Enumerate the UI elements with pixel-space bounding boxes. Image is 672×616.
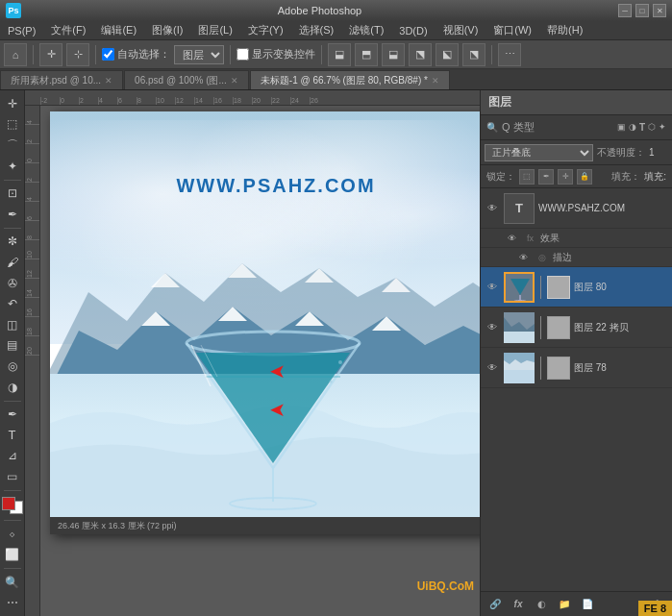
auto-select-dropdown[interactable]: 图层 — [174, 45, 224, 64]
ruler-marks: -2 0 2 4 6 8 10 12 14 16 18 20 22 24 26 — [40, 97, 329, 105]
transform-label[interactable]: 显示变换控件 — [236, 47, 315, 62]
dodge-tool[interactable]: ◑ — [2, 378, 23, 397]
move-tool-btn[interactable]: ✛ — [2, 94, 23, 113]
lock-all[interactable]: 🔒 — [577, 169, 592, 185]
menu-select[interactable]: 选择(S) — [295, 21, 338, 39]
layer-info-80: 图层 80 — [574, 281, 668, 294]
layer-item-78[interactable]: 👁 图层 78 — [481, 348, 672, 388]
auto-select-checkbox[interactable] — [102, 48, 114, 61]
eyedropper-tool[interactable]: ✒ — [2, 205, 23, 224]
layer-visibility-78[interactable]: 👁 — [485, 360, 500, 376]
auto-select-label[interactable]: 自动选择： — [102, 47, 170, 62]
quick-mask[interactable]: ⬦ — [2, 525, 23, 544]
fx-btn[interactable]: fx — [510, 596, 527, 613]
layer-stroke-effect[interactable]: 👁 ◎ 描边 — [481, 248, 672, 267]
new-group-btn[interactable]: 📁 — [556, 596, 573, 613]
tab-close-2[interactable]: ✕ — [231, 76, 238, 86]
transform-tool[interactable]: ⊹ — [66, 43, 89, 66]
menu-window[interactable]: 窗口(W) — [489, 21, 535, 39]
eraser-tool[interactable]: ◫ — [2, 315, 23, 334]
foreground-color-red[interactable] — [2, 497, 15, 510]
tab-close-1[interactable]: ✕ — [105, 76, 112, 86]
align-left[interactable]: ⬓ — [328, 43, 351, 66]
home-button[interactable]: ⌂ — [4, 43, 27, 66]
align-top[interactable]: ⬔ — [409, 43, 432, 66]
magic-wand-tool[interactable]: ✦ — [2, 157, 23, 176]
lasso-tool[interactable]: ⌒ — [2, 136, 23, 155]
lt-sep3 — [4, 401, 21, 402]
layer-filter-text[interactable]: T — [639, 122, 645, 133]
lock-position[interactable]: ✛ — [558, 169, 573, 185]
link-layers-btn[interactable]: 🔗 — [486, 596, 504, 613]
layer-item-80[interactable]: 👁 图层 80 — [481, 267, 672, 308]
move-tool[interactable]: ✛ — [39, 43, 62, 66]
minimize-button[interactable]: ─ — [618, 4, 632, 17]
menu-image[interactable]: 图像(I) — [148, 21, 187, 39]
gradient-tool[interactable]: ▤ — [2, 336, 23, 356]
layer-item-text[interactable]: 👁 T WWW.PSAHZ.COM — [481, 188, 672, 229]
align-center-h[interactable]: ⬒ — [355, 43, 378, 66]
restore-button[interactable]: □ — [635, 4, 649, 17]
layer-visibility-text[interactable]: 👁 — [485, 201, 500, 216]
tab-close-3[interactable]: ✕ — [432, 76, 439, 86]
fill-value[interactable]: 填充: — [644, 170, 666, 184]
healing-brush[interactable]: ✼ — [2, 233, 23, 252]
menu-3d[interactable]: 3D(D) — [395, 23, 431, 38]
blend-mode-select[interactable]: 正片叠底 正常 溶解 变暗 — [485, 144, 593, 161]
history-brush[interactable]: ↶ — [2, 294, 23, 313]
text-tool[interactable]: T — [2, 426, 23, 445]
layer-chain-78 — [540, 357, 541, 380]
menu-help[interactable]: 帮助(H) — [543, 21, 586, 39]
transform-checkbox[interactable] — [236, 48, 249, 61]
menu-layer[interactable]: 图层(L) — [194, 21, 236, 39]
clone-stamp[interactable]: ✇ — [2, 274, 23, 293]
layer-item-22[interactable]: 👁 图层 22 拷贝 — [481, 308, 672, 348]
foreground-bg-color[interactable] — [2, 497, 23, 514]
extra-tools[interactable]: ⋯ — [2, 593, 23, 612]
search-type-label[interactable]: Q 类型 — [502, 120, 535, 135]
menu-text[interactable]: 文字(Y) — [244, 21, 287, 39]
screen-mode[interactable]: ⬜ — [2, 545, 23, 564]
layer-effect-group[interactable]: 👁 fx 效果 — [481, 229, 672, 248]
extra-options[interactable]: ⋯ — [498, 43, 521, 66]
path-select[interactable]: ⊿ — [2, 447, 23, 466]
layer-filter-adj[interactable]: ◑ — [629, 122, 636, 133]
toolbar: ⌂ ✛ ⊹ 自动选择： 图层 显示变换控件 ⬓ ⬒ ⬓ ⬔ ⬕ ⬔ ⋯ — [0, 40, 672, 69]
tab-06[interactable]: 06.psd @ 100% (图... ✕ — [124, 70, 249, 89]
svg-rect-29 — [504, 370, 535, 383]
stroke-name: 描边 — [553, 251, 572, 264]
lock-image[interactable]: ✒ — [538, 169, 554, 185]
menu-edit[interactable]: 编辑(E) — [97, 21, 140, 39]
shape-tool[interactable]: ▭ — [2, 467, 23, 486]
lock-transparent[interactable]: ⬚ — [519, 169, 535, 185]
menu-file[interactable]: 文件(F) — [47, 21, 89, 39]
crop-tool[interactable]: ⊡ — [2, 184, 23, 203]
marquee-tool[interactable]: ⬚ — [2, 115, 23, 135]
layer-thumbnail-22 — [504, 312, 535, 343]
align-right[interactable]: ⬓ — [382, 43, 405, 66]
red-arrow-1: ➤ — [269, 359, 286, 382]
layer-visibility-80[interactable]: 👁 — [485, 280, 500, 295]
add-mask-btn[interactable]: ◐ — [533, 596, 550, 613]
lt-sep2 — [4, 228, 21, 229]
zoom-tool[interactable]: 🔍 — [2, 573, 23, 592]
align-center-v[interactable]: ⬕ — [436, 43, 459, 66]
layer-filter-smart[interactable]: ✦ — [659, 122, 666, 133]
brush-tool[interactable]: 🖌 — [2, 253, 23, 272]
layer-filter-pixel[interactable]: ▣ — [617, 122, 626, 133]
menu-view[interactable]: 视图(V) — [439, 21, 483, 39]
new-layer-btn[interactable]: 📄 — [579, 596, 596, 613]
pen-tool[interactable]: ✒ — [2, 405, 23, 424]
menu-filter[interactable]: 滤镜(T) — [345, 21, 387, 39]
sep2 — [95, 45, 96, 64]
menu-ps[interactable]: PS(P) — [4, 23, 39, 38]
layer-filter-shape[interactable]: ⬡ — [648, 122, 656, 133]
tab-all-materials[interactable]: 所用素材.psd @ 10... ✕ — [0, 70, 123, 89]
layer-visibility-22[interactable]: 👁 — [485, 320, 500, 335]
blur-tool[interactable]: ◎ — [2, 357, 23, 376]
align-bottom[interactable]: ⬔ — [462, 43, 485, 66]
tab-untitled[interactable]: 未标题-1 @ 66.7% (图层 80, RGB/8#) * ✕ — [250, 70, 450, 89]
opacity-value[interactable]: 1 — [649, 147, 668, 158]
close-button[interactable]: ✕ — [653, 4, 666, 17]
eye-icon-80: 👁 — [487, 282, 497, 292]
